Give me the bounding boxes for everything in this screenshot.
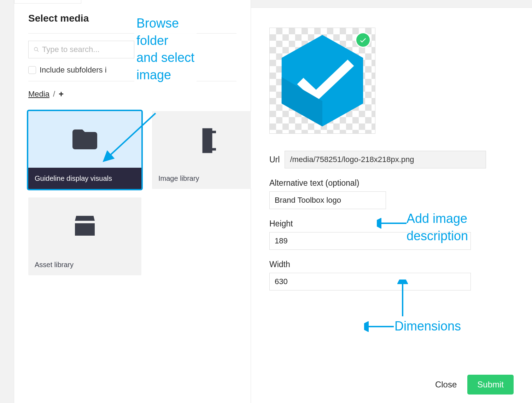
film-roll-icon — [194, 125, 223, 154]
submit-button[interactable]: Submit — [467, 375, 514, 395]
folder-tile-image-library[interactable]: Image library — [152, 111, 265, 189]
breadcrumb: Media / + — [28, 89, 236, 99]
panel-title: Select media — [28, 13, 236, 24]
width-label: Width — [269, 260, 514, 269]
image-preview — [269, 28, 375, 134]
tile-label: Asset library — [28, 254, 141, 275]
selected-check-badge — [355, 32, 371, 48]
left-gutter — [0, 0, 14, 403]
breadcrumb-root[interactable]: Media — [28, 90, 49, 99]
close-button[interactable]: Close — [435, 380, 457, 390]
right-topbar — [251, 0, 532, 8]
alt-text-input[interactable] — [269, 191, 386, 209]
check-icon — [359, 36, 367, 44]
dialog-footer: Close Submit — [435, 375, 514, 395]
media-properties-panel: Url Alternative text (optional) Height W… — [251, 0, 532, 403]
archive-icon — [70, 211, 100, 241]
include-subfolders-checkbox[interactable] — [28, 66, 36, 74]
folder-icon — [70, 125, 100, 154]
tile-label: Image library — [152, 168, 265, 189]
media-picker-panel: Select media Include subfolders i Media … — [0, 0, 251, 403]
search-icon — [34, 47, 39, 52]
include-subfolders-label: Include subfolders i — [40, 65, 107, 75]
search-input[interactable] — [42, 45, 129, 54]
folder-tile-guideline-display-visuals[interactable]: Guideline display visuals — [28, 111, 141, 189]
breadcrumb-add[interactable]: + — [59, 89, 64, 99]
height-label: Height — [269, 219, 514, 229]
alt-text-label: Alternative text (optional) — [269, 178, 514, 188]
folder-tile-asset-library[interactable]: Asset library — [28, 197, 141, 275]
divider — [28, 33, 236, 34]
tile-label: Guideline display visuals — [28, 168, 141, 189]
width-input[interactable] — [269, 273, 471, 290]
height-input[interactable] — [269, 232, 471, 250]
divider — [28, 81, 236, 81]
search-input-wrap[interactable] — [28, 41, 134, 58]
breadcrumb-sep: / — [53, 90, 55, 99]
url-label: Url — [269, 155, 280, 165]
url-input[interactable] — [285, 151, 486, 168]
